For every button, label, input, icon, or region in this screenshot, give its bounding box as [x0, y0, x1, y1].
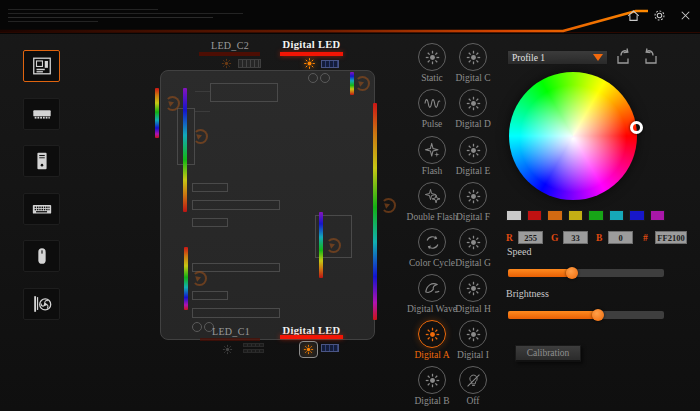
- flash-effect-icon: [418, 136, 446, 164]
- led-c2-mode-icon[interactable]: [220, 57, 233, 70]
- digital-led-top-connector: [321, 60, 339, 68]
- color-swatch[interactable]: [650, 210, 666, 221]
- speed-slider-handle[interactable]: [566, 267, 578, 279]
- led-zone-marker-icon[interactable]: [193, 129, 208, 144]
- board-slot: [192, 308, 280, 318]
- led-zone-marker-icon[interactable]: [326, 238, 341, 253]
- brightness-slider-handle[interactable]: [592, 309, 604, 321]
- board-trace: [195, 91, 210, 92]
- board-slot: [192, 218, 228, 227]
- blue-value-field[interactable]: 0: [608, 231, 633, 244]
- board-standoff: [308, 73, 318, 83]
- cpu-socket: [210, 83, 278, 102]
- motherboard-preview: LED_C2 Digital LED: [150, 34, 400, 411]
- rgb-led-strip: [350, 72, 354, 95]
- digital-led-bottom-connector: [321, 344, 339, 352]
- led-c1-connector: [243, 349, 264, 353]
- digital-led-bottom-strip: [280, 335, 343, 339]
- digital-wave-effect-icon: [418, 274, 446, 302]
- pulse-effect-icon: [418, 89, 446, 117]
- digital-led-top-mode-icon[interactable]: [302, 56, 317, 71]
- effect-digital-i[interactable]: Digital I: [443, 320, 503, 360]
- digital-d-effect-icon: [459, 89, 487, 117]
- color-control-panel: Profile 1 R 255 G 33 B 0 #: [505, 34, 700, 411]
- sidebar-item-memory[interactable]: [23, 98, 60, 130]
- rgb-led-strip: [373, 103, 377, 320]
- profile-dropdown-value: Profile 1: [512, 53, 545, 63]
- effect-digital-c[interactable]: Digital C: [443, 43, 503, 83]
- import-profile-icon[interactable]: [613, 47, 634, 66]
- rgb-led-strip: [319, 212, 323, 278]
- titlebar: [0, 0, 700, 34]
- led-c1-strip: [200, 338, 260, 341]
- red-label: R: [506, 233, 514, 243]
- sidebar-item-motherboard[interactable]: [23, 50, 60, 82]
- rgb-led-strip: [184, 247, 188, 310]
- color-swatch[interactable]: [588, 210, 604, 221]
- home-icon[interactable]: [625, 7, 642, 24]
- effect-digital-h[interactable]: Digital H: [443, 274, 503, 314]
- rgb-fusion-window: LED_C2 Digital LED: [0, 0, 700, 411]
- digital-h-effect-icon: [459, 274, 487, 302]
- color-wheel-selector[interactable]: [630, 121, 643, 134]
- sidebar-item-pc-case[interactable]: [23, 145, 60, 177]
- digital-led-bottom-mode-button[interactable]: [299, 341, 318, 358]
- blue-label: B: [596, 233, 604, 243]
- effect-digital-f[interactable]: Digital F: [443, 182, 503, 222]
- color-swatch[interactable]: [568, 210, 584, 221]
- board-trace: [195, 111, 210, 112]
- color-swatch[interactable]: [527, 210, 543, 221]
- digital-b-effect-icon: [418, 366, 446, 394]
- digital-a-effect-icon: [418, 320, 446, 348]
- hex-label: #: [643, 233, 651, 243]
- led-c1-mode-icon[interactable]: [221, 343, 234, 356]
- red-value-field[interactable]: 255: [518, 231, 543, 244]
- color-wheel[interactable]: [509, 72, 637, 200]
- digital-e-effect-icon: [459, 136, 487, 164]
- led-c2-label: LED_C2: [199, 40, 261, 51]
- hex-value-field[interactable]: FF2100: [655, 231, 687, 244]
- board-slot: [192, 183, 228, 192]
- green-value-field[interactable]: 33: [563, 231, 588, 244]
- accent-swoosh: [0, 0, 700, 34]
- color-swatch[interactable]: [629, 210, 645, 221]
- keyboard-icon: [30, 198, 54, 220]
- brightness-label: Brightness: [506, 288, 549, 299]
- sidebar-item-graphics-fan[interactable]: [23, 288, 60, 320]
- chevron-down-icon: [593, 54, 603, 61]
- color-swatch[interactable]: [506, 210, 522, 221]
- mouse-icon: [30, 245, 54, 267]
- color-swatch[interactable]: [547, 210, 563, 221]
- led-zone-marker-icon[interactable]: [355, 76, 370, 91]
- effect-digital-d[interactable]: Digital D: [443, 89, 503, 129]
- rgb-led-strip: [155, 88, 159, 138]
- speed-slider[interactable]: [508, 269, 664, 277]
- effect-digital-e[interactable]: Digital E: [443, 136, 503, 176]
- export-profile-icon[interactable]: [640, 47, 661, 66]
- double-flash-effect-icon: [418, 182, 446, 210]
- rgb-led-strip: [183, 88, 187, 212]
- close-icon[interactable]: [677, 7, 694, 24]
- led-c1-connector: [243, 343, 264, 347]
- led-zone-marker-icon[interactable]: [192, 271, 207, 286]
- pc-case-icon: [30, 150, 54, 172]
- led-c2-strip: [199, 52, 260, 56]
- color-cycle-effect-icon: [418, 228, 446, 256]
- led-zone-marker-icon[interactable]: [381, 198, 396, 213]
- settings-gear-icon[interactable]: [651, 7, 668, 24]
- board-slot: [192, 291, 228, 300]
- sidebar-item-keyboard[interactable]: [23, 193, 60, 225]
- led-zone-marker-icon[interactable]: [165, 96, 180, 111]
- sidebar-item-mouse[interactable]: [23, 240, 60, 272]
- led-c1-label: LED_C1: [200, 326, 262, 337]
- lighting-effects-panel: Static Digital C Pulse Digital D Flash D…: [400, 34, 510, 411]
- brightness-slider[interactable]: [508, 311, 664, 319]
- effect-digital-g[interactable]: Digital G: [443, 228, 503, 268]
- motherboard-icon: [30, 55, 54, 77]
- color-swatches: [506, 210, 665, 221]
- led-c2-connector: [238, 59, 261, 68]
- calibration-button[interactable]: Calibration: [515, 345, 581, 362]
- profile-dropdown[interactable]: Profile 1: [507, 50, 608, 65]
- color-swatch[interactable]: [609, 210, 625, 221]
- effect-off[interactable]: Off: [443, 366, 503, 406]
